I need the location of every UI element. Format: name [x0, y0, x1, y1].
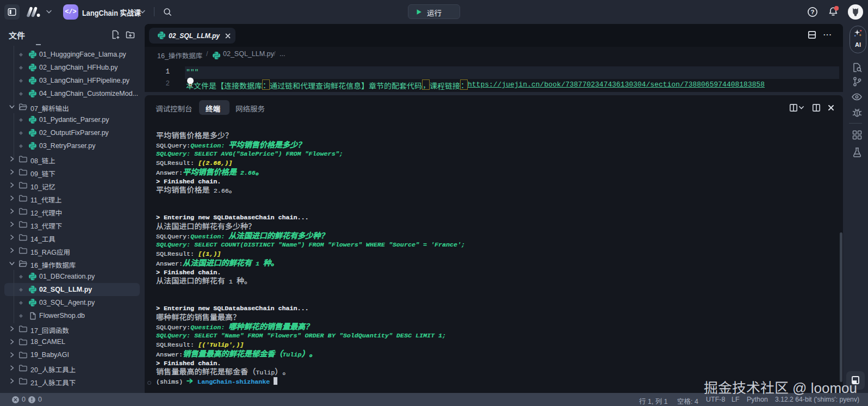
svg-text:?: ? — [810, 9, 814, 15]
